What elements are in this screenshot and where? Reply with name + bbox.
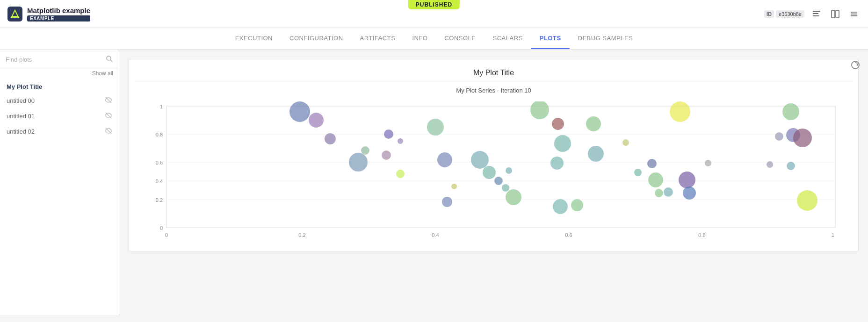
svg-rect-6 <box>832 10 835 18</box>
svg-point-54 <box>506 189 521 205</box>
svg-point-43 <box>384 129 393 139</box>
list-item[interactable]: untitled 01 <box>0 108 119 124</box>
svg-point-70 <box>679 172 695 188</box>
svg-point-44 <box>398 138 403 144</box>
svg-point-46 <box>437 152 452 167</box>
tab-configuration[interactable]: CONFIGURATION <box>281 28 352 49</box>
svg-point-56 <box>552 118 564 130</box>
svg-text:1: 1 <box>831 232 834 238</box>
header-title-area: Matplotlib example EXAMPLE <box>27 7 90 21</box>
svg-marker-12 <box>856 64 858 66</box>
svg-point-45 <box>427 119 444 136</box>
svg-point-67 <box>655 189 663 197</box>
svg-rect-4 <box>813 13 818 14</box>
svg-rect-18 <box>166 106 835 228</box>
svg-point-52 <box>502 184 509 192</box>
sidebar: Show all My Plot Title untitled 00 untit… <box>0 50 119 315</box>
svg-point-40 <box>361 146 369 155</box>
eye-icon-1[interactable] <box>105 112 112 121</box>
show-all-link[interactable]: Show all <box>0 68 119 79</box>
svg-point-68 <box>664 187 673 197</box>
svg-point-47 <box>442 197 452 207</box>
svg-point-65 <box>647 159 657 168</box>
search-icon <box>106 55 113 64</box>
tab-scalars[interactable]: SCALARS <box>485 28 531 49</box>
svg-rect-0 <box>7 7 22 21</box>
svg-point-50 <box>483 166 496 179</box>
svg-point-59 <box>553 199 568 214</box>
header-id: ID e3530b8e <box>764 10 804 18</box>
svg-point-49 <box>471 151 489 169</box>
tab-plots[interactable]: PLOTS <box>531 28 570 49</box>
details-button[interactable] <box>810 7 823 21</box>
svg-text:0.2: 0.2 <box>298 232 305 238</box>
svg-point-58 <box>550 157 564 170</box>
svg-point-41 <box>382 150 391 160</box>
sidebar-item-label-2: untitled 02 <box>7 128 35 135</box>
app-logo <box>7 7 22 21</box>
svg-text:1: 1 <box>159 104 162 109</box>
svg-text:0.4: 0.4 <box>155 179 162 184</box>
svg-text:0.8: 0.8 <box>155 132 162 137</box>
app-title: Matplotlib example <box>27 7 90 14</box>
svg-point-66 <box>648 172 663 187</box>
svg-text:0: 0 <box>159 225 162 231</box>
svg-point-77 <box>775 132 783 141</box>
svg-text:0.6: 0.6 <box>565 232 572 238</box>
svg-rect-5 <box>813 15 819 16</box>
app-badge: EXAMPLE <box>27 15 90 21</box>
svg-text:0.2: 0.2 <box>155 197 162 203</box>
svg-text:0.6: 0.6 <box>155 160 162 165</box>
svg-point-51 <box>494 177 503 185</box>
tab-debug-samples[interactable]: DEBUG SAMPLES <box>570 28 642 49</box>
main-layout: Show all My Plot Title untitled 00 untit… <box>0 50 868 315</box>
plot-container: My Plot Title My Plot Series - Iteration… <box>129 59 859 251</box>
svg-point-71 <box>683 186 696 200</box>
eye-icon-0[interactable] <box>105 96 112 105</box>
hamburger-icon <box>849 9 859 19</box>
svg-rect-8 <box>851 12 857 13</box>
svg-rect-7 <box>836 10 839 18</box>
svg-point-57 <box>554 135 571 152</box>
svg-point-69 <box>670 101 690 122</box>
list-item[interactable]: untitled 00 <box>0 93 119 108</box>
svg-point-39 <box>349 153 368 172</box>
sidebar-item-label-1: untitled 01 <box>7 113 35 120</box>
svg-point-36 <box>289 101 310 122</box>
svg-point-78 <box>767 161 773 168</box>
sidebar-search-container <box>0 50 119 68</box>
svg-text:0.4: 0.4 <box>432 232 439 238</box>
menu-button[interactable] <box>847 7 861 21</box>
svg-text:0.8: 0.8 <box>698 232 705 238</box>
search-input[interactable] <box>6 56 106 63</box>
sidebar-section-title[interactable]: My Plot Title <box>0 79 119 93</box>
sidebar-item-label-0: untitled 00 <box>7 97 35 104</box>
svg-point-42 <box>396 170 405 178</box>
svg-point-53 <box>506 167 512 174</box>
svg-rect-10 <box>851 15 857 16</box>
eye-icon-2[interactable] <box>105 127 112 136</box>
svg-point-73 <box>782 103 799 120</box>
tab-console[interactable]: CONSOLE <box>436 28 484 49</box>
svg-rect-2 <box>12 16 18 17</box>
svg-point-75 <box>793 129 812 147</box>
details-icon <box>812 9 821 19</box>
svg-text:0: 0 <box>165 232 167 238</box>
list-item[interactable]: untitled 02 <box>0 124 119 139</box>
svg-rect-3 <box>813 11 820 12</box>
svg-point-61 <box>588 146 604 162</box>
svg-point-62 <box>571 199 583 211</box>
header-right: ID e3530b8e <box>764 7 861 21</box>
tab-artifacts[interactable]: ARTIFACTS <box>352 28 404 49</box>
compare-button[interactable] <box>829 7 842 21</box>
svg-point-76 <box>797 190 817 211</box>
refresh-button[interactable] <box>850 60 861 72</box>
scatter-plot: 1 0.8 0.6 0.4 0.2 0 0 0.2 0.4 0.6 <box>148 101 840 242</box>
svg-point-37 <box>309 113 324 128</box>
chart-area: 1 0.8 0.6 0.4 0.2 0 0 0.2 0.4 0.6 <box>134 101 854 242</box>
plot-title: My Plot Title <box>134 69 854 77</box>
tab-execution[interactable]: EXECUTION <box>227 28 281 49</box>
svg-line-14 <box>110 60 112 62</box>
compare-icon <box>831 9 840 19</box>
tab-info[interactable]: INFO <box>404 28 436 49</box>
